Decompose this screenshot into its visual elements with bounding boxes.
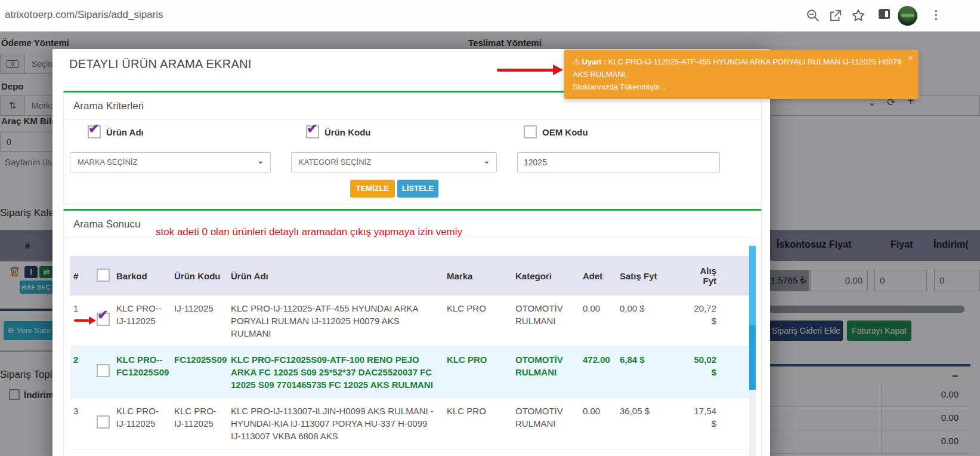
results-table: # Barkod Ürün Kodu Ürün Adı Marka Katego… bbox=[70, 256, 749, 449]
address-bar[interactable]: atrixotoerp.com/Siparis/add_siparis bbox=[5, 9, 163, 21]
close-icon[interactable]: × bbox=[908, 51, 913, 64]
annotation-arrow-checkbox bbox=[74, 316, 97, 325]
stock-warning-toast: × ⚠Uyari : KLC PRO-IJ-112025-ATF-455 HYU… bbox=[564, 50, 919, 99]
criteria-label: OEM Kodu bbox=[542, 127, 588, 137]
cell-barkod: KLC PRO--IJ-112025 bbox=[112, 295, 169, 347]
row-select-cell bbox=[92, 347, 112, 398]
browser-toolbar: atrixotoerp.com/Siparis/add_siparis ⋮ bbox=[0, 0, 980, 32]
arama-sonucu-panel: Arama Sonucu stok adeti 0 olan ürünleri … bbox=[63, 209, 762, 456]
col-barkod: Barkod bbox=[112, 256, 169, 295]
criteria-label: Ürün Kodu bbox=[324, 127, 370, 137]
profile-avatar[interactable] bbox=[898, 6, 917, 26]
cell-barkod: KLC PRO-IJ-112025 bbox=[112, 398, 169, 449]
cell-adet: 0.00 bbox=[578, 295, 615, 347]
menu-dots-icon[interactable]: ⋮ bbox=[930, 8, 942, 21]
zoom-out-icon[interactable] bbox=[805, 8, 821, 26]
select-all-checkbox[interactable] bbox=[97, 269, 110, 282]
table-header-row: # Barkod Ürün Kodu Ürün Adı Marka Katego… bbox=[70, 256, 749, 295]
row-checkbox[interactable] bbox=[97, 313, 110, 326]
col-alis-fyt: Alış Fyt bbox=[684, 256, 749, 295]
col-hash: # bbox=[70, 256, 92, 295]
toast-line1: ⚠Uyari : KLC PRO-IJ-112025-ATF-455 HYUND… bbox=[573, 56, 903, 81]
cell-alis-fyt: 17,54 $ bbox=[684, 398, 749, 449]
cell-kategori: OTOMOTİV RULMANI bbox=[511, 347, 578, 398]
criteria-label: Ürün Adı bbox=[106, 127, 144, 137]
side-panel-icon[interactable] bbox=[879, 9, 890, 19]
urun-kodu-criteria[interactable]: Ürün Kodu bbox=[306, 125, 370, 138]
criteria-checkbox[interactable] bbox=[306, 125, 319, 138]
cell-kategori: OTOMOTİV RULMANI bbox=[511, 295, 578, 347]
cell-urun-kodu: IJ-112025 bbox=[169, 295, 226, 347]
col-adet: Adet bbox=[578, 256, 615, 295]
row-checkbox[interactable] bbox=[97, 364, 110, 377]
urun-adi-criteria[interactable]: Ürün Adı bbox=[88, 125, 144, 138]
search-input[interactable] bbox=[517, 152, 720, 172]
modal-title: DETAYLI ÜRÜN ARAMA EKRANI bbox=[69, 57, 252, 71]
criteria-checkbox[interactable] bbox=[524, 125, 537, 138]
arama-kriterleri-panel: Arama Kriterleri Ürün Adı Ürün Kodu OEM … bbox=[63, 91, 762, 204]
oem-kodu-criteria[interactable]: OEM Kodu bbox=[524, 125, 588, 138]
cell-urun-kodu: KLC PRO-IJ-112025 bbox=[169, 398, 226, 449]
col-marka: Marka bbox=[442, 256, 511, 295]
cell-urun-kodu: FC12025S09 bbox=[169, 347, 226, 398]
bookmark-star-icon[interactable] bbox=[851, 8, 866, 26]
cell-alis-fyt: 20,72 $ bbox=[684, 295, 749, 347]
cell-satis-fyt: 36,05 $ bbox=[615, 398, 684, 449]
cell-alis-fyt: 50,02 $ bbox=[684, 347, 749, 398]
row-number: 3 bbox=[70, 398, 92, 449]
share-icon[interactable] bbox=[828, 8, 843, 26]
col-satis-fyt: Satış Fyt bbox=[615, 256, 684, 295]
cell-urun-adi: KLC PRO-IJ-113007-ILJIN-H0099 AKS RULMAN… bbox=[226, 398, 442, 449]
chevron-down-icon: ⌄ bbox=[256, 151, 264, 170]
screen: Ödeme Yöntemi Teslimat Yöntemi Seçini De… bbox=[0, 0, 980, 456]
marka-select[interactable]: MARKA SEÇİNİZ ⌄ bbox=[70, 152, 271, 172]
row-select-cell bbox=[92, 398, 112, 449]
temizle-button[interactable]: TEMİZLE bbox=[350, 180, 395, 198]
annotation-arrow-toast bbox=[497, 64, 564, 76]
col-kategori: Kategori bbox=[511, 256, 578, 295]
warning-icon: ⚠ bbox=[573, 57, 580, 66]
scrollbar-thumb[interactable] bbox=[749, 325, 756, 390]
row-number: 2 bbox=[70, 347, 92, 398]
listele-button[interactable]: LİSTELE bbox=[397, 180, 438, 198]
detayli-urun-arama-modal: DETAYLI ÜRÜN ARAMA EKRANI Arama Kriterle… bbox=[52, 49, 770, 456]
col-urun-kodu: Ürün Kodu bbox=[169, 256, 226, 295]
cell-adet: 0.00 bbox=[578, 398, 615, 449]
table-row: 1KLC PRO--IJ-112025IJ-112025KLC PRO-IJ-1… bbox=[70, 295, 749, 347]
kategori-select[interactable]: KATEGORİ SEÇİNİZ ⌄ bbox=[291, 152, 497, 172]
col-select-all bbox=[92, 256, 112, 295]
col-urun-adi: Ürün Adı bbox=[226, 256, 442, 295]
criteria-checkbox[interactable] bbox=[88, 125, 101, 138]
cell-marka: KLC PRO bbox=[442, 295, 511, 347]
toast-line2: Stoklarınızda Tükenmiştir... bbox=[573, 81, 903, 93]
table-row: 3KLC PRO-IJ-112025KLC PRO-IJ-112025KLC P… bbox=[70, 398, 749, 449]
cell-adet: 472.00 bbox=[578, 347, 615, 398]
table-scrollbar[interactable] bbox=[749, 244, 756, 456]
stock-annotation-text: stok adeti 0 olan ürünleri detaylı arama… bbox=[156, 226, 462, 238]
scrollbar-thumb[interactable] bbox=[749, 246, 756, 325]
cell-marka: KLC PRO bbox=[442, 347, 511, 398]
cell-satis-fyt: 0,00 $ bbox=[615, 295, 684, 347]
cell-marka: KLC PRO bbox=[442, 398, 511, 449]
table-row: 2KLC PRO--FC12025S09FC12025S09KLC PRO-FC… bbox=[70, 347, 749, 398]
cell-urun-adi: KLC PRO-FC12025S09-ATF-100 RENO PEJO ARK… bbox=[226, 347, 442, 398]
row-checkbox[interactable] bbox=[97, 415, 110, 429]
results-table-body: 1KLC PRO--IJ-112025IJ-112025KLC PRO-IJ-1… bbox=[70, 295, 749, 449]
cell-barkod: KLC PRO--FC12025S09 bbox=[112, 347, 169, 398]
toast-title: Uyari : bbox=[582, 57, 606, 66]
cell-kategori: OTOMOTİV RULMANI bbox=[511, 398, 578, 449]
cell-urun-adi: KLC PRO-IJ-112025-ATF-455 HYUNDAI ARKA P… bbox=[226, 295, 442, 347]
chevron-down-icon: ⌄ bbox=[483, 151, 490, 170]
cell-satis-fyt: 6,84 $ bbox=[615, 347, 684, 398]
